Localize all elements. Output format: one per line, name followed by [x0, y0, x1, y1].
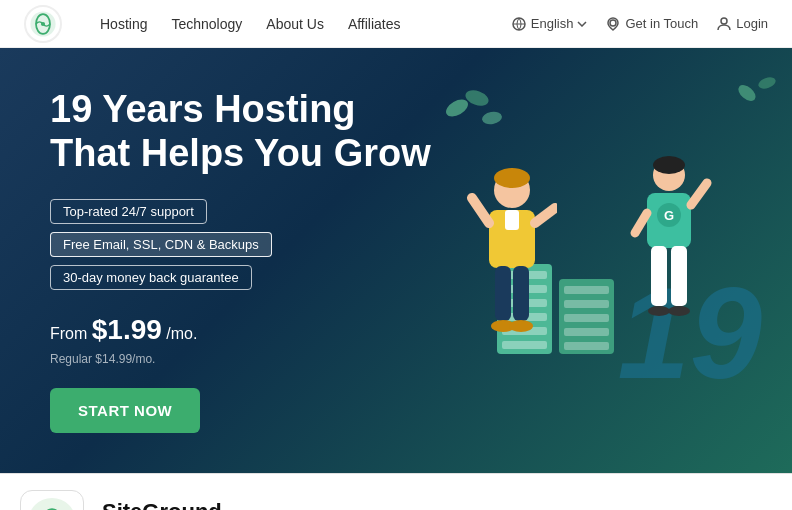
- nav-right: English Get in Touch Login: [511, 16, 768, 32]
- badge-features: Free Email, SSL, CDN & Backups: [50, 232, 272, 257]
- hero-badges: Top-rated 24/7 support Free Email, SSL, …: [50, 199, 470, 290]
- svg-rect-34: [651, 246, 667, 306]
- nav-technology[interactable]: Technology: [161, 12, 252, 36]
- svg-point-4: [610, 20, 616, 26]
- chevron-down-icon: [577, 21, 587, 27]
- siteground-small-logo: [34, 504, 70, 510]
- hero-title: 19 Years Hosting That Helps You Grow: [50, 88, 470, 175]
- get-in-touch-label: Get in Touch: [625, 16, 698, 31]
- price-amount: $1.99: [92, 314, 162, 345]
- svg-point-28: [509, 320, 533, 332]
- nav-hosting[interactable]: Hosting: [90, 12, 157, 36]
- navigation: Hosting Technology About Us Affiliates E…: [0, 0, 792, 48]
- svg-line-38: [691, 183, 707, 205]
- svg-line-24: [535, 208, 555, 223]
- nav-links: Hosting Technology About Us Affiliates: [90, 12, 511, 36]
- svg-point-43: [735, 82, 758, 104]
- svg-rect-22: [505, 210, 519, 230]
- svg-point-44: [757, 75, 777, 91]
- svg-line-23: [472, 198, 489, 223]
- person-right-svg: G: [627, 153, 712, 353]
- logo-icon: [24, 5, 62, 43]
- price-from-label: From: [50, 325, 87, 342]
- svg-point-36: [648, 306, 670, 316]
- leaves-right: [732, 68, 782, 118]
- svg-point-20: [494, 168, 530, 188]
- get-in-touch-link[interactable]: Get in Touch: [605, 16, 698, 32]
- info-text: SiteGround One Of The Best WordPress Hos…: [102, 499, 644, 510]
- svg-rect-17: [564, 328, 609, 336]
- svg-point-5: [721, 18, 727, 24]
- svg-rect-15: [564, 300, 609, 308]
- price-per: /mo.: [166, 325, 197, 342]
- person-left-svg: [467, 168, 557, 358]
- language-selector[interactable]: English: [511, 16, 588, 32]
- nav-about[interactable]: About Us: [256, 12, 334, 36]
- svg-point-42: [481, 110, 502, 125]
- svg-point-37: [668, 306, 690, 316]
- svg-rect-25: [495, 266, 511, 321]
- svg-rect-16: [564, 314, 609, 322]
- svg-point-2: [41, 21, 45, 25]
- info-bar: SiteGround One Of The Best WordPress Hos…: [0, 473, 792, 510]
- svg-rect-35: [671, 246, 687, 306]
- hero-section: 19 Years Hosting That Helps You Grow Top…: [0, 48, 792, 473]
- svg-rect-18: [564, 342, 609, 350]
- info-logo-circle: [28, 498, 76, 510]
- svg-text:G: G: [664, 208, 674, 223]
- hero-content: 19 Years Hosting That Helps You Grow Top…: [50, 88, 470, 433]
- login-link[interactable]: Login: [716, 16, 768, 32]
- badge-support: Top-rated 24/7 support: [50, 199, 207, 224]
- language-label: English: [531, 16, 574, 31]
- login-label: Login: [736, 16, 768, 31]
- logo-link[interactable]: [24, 5, 62, 43]
- user-icon: [716, 16, 732, 32]
- translate-icon: [511, 16, 527, 32]
- start-now-button[interactable]: START NOW: [50, 388, 200, 433]
- hero-price: From $1.99 /mo.: [50, 314, 470, 346]
- price-regular: Regular $14.99/mo.: [50, 352, 470, 366]
- svg-line-39: [635, 213, 647, 233]
- svg-rect-26: [513, 266, 529, 321]
- location-icon: [605, 16, 621, 32]
- svg-rect-14: [564, 286, 609, 294]
- info-logo-box: [20, 490, 84, 510]
- nav-affiliates[interactable]: Affiliates: [338, 12, 411, 36]
- info-site-name: SiteGround: [102, 499, 644, 510]
- badge-guarantee: 30-day money back guarantee: [50, 265, 252, 290]
- svg-point-30: [653, 156, 685, 174]
